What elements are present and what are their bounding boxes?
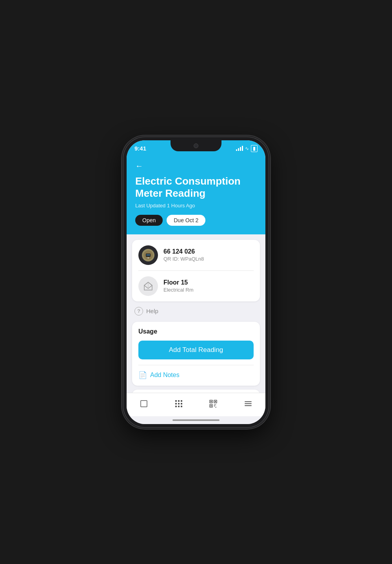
meter-qr-id: QR ID: WPaQLn8 [163, 256, 204, 262]
meter-image-icon: 0 0 0 [139, 246, 157, 264]
svg-rect-16 [181, 403, 182, 404]
status-bar-area: 9:41 ∿ ▮ [127, 140, 265, 158]
signal-icon [236, 146, 243, 151]
svg-rect-27 [215, 404, 216, 405]
floor-icon [143, 281, 154, 292]
help-icon: ? [134, 307, 143, 316]
usage-section-card: Usage Add Total Reading 📄 Add Notes [132, 322, 260, 386]
add-notes-label: Add Notes [150, 372, 180, 379]
svg-rect-23 [215, 401, 216, 402]
location-avatar [138, 276, 158, 296]
svg-text:0 0 0: 0 0 0 [147, 254, 150, 256]
qr-icon [209, 399, 218, 408]
keypad-icon [174, 399, 183, 408]
svg-rect-12 [178, 400, 180, 402]
location-sub: Electrical Rm [163, 287, 194, 293]
notes-icon: 📄 [138, 371, 147, 379]
home-icon [140, 399, 148, 408]
svg-point-6 [148, 257, 149, 258]
svg-rect-26 [214, 404, 215, 405]
help-row[interactable]: ? Help [127, 301, 265, 318]
phone-screen: 9:41 ∿ ▮ ← Electric Consumption Meter Re… [127, 140, 265, 424]
svg-rect-18 [178, 406, 180, 407]
content-area: 0 0 0 66 124 026 QR ID: WPaQLn8 [127, 234, 265, 393]
status-time: 9:41 [134, 145, 146, 152]
svg-rect-28 [214, 406, 215, 406]
wifi-icon: ∿ [245, 146, 249, 151]
section-divider [138, 365, 254, 365]
svg-rect-29 [215, 407, 216, 408]
svg-rect-10 [141, 401, 147, 407]
due-date-badge[interactable]: Due Oct 2 [167, 215, 205, 226]
meter-details: 66 124 026 QR ID: WPaQLn8 [163, 248, 204, 262]
demand-section-card: Demand Add Demand Reading [132, 390, 260, 393]
nav-menu[interactable] [231, 399, 266, 408]
home-indicator [127, 416, 265, 424]
bottom-nav [127, 393, 265, 416]
meter-avatar: 0 0 0 [138, 245, 158, 265]
home-bar [172, 419, 220, 421]
status-badges: Open Due Oct 2 [135, 215, 257, 226]
svg-rect-25 [211, 405, 212, 406]
battery-icon: ▮ [251, 145, 258, 152]
add-total-reading-button[interactable]: Add Total Reading [138, 341, 254, 359]
location-row: Floor 15 Electrical Rm [132, 271, 260, 301]
svg-rect-17 [175, 406, 177, 407]
usage-label: Usage [138, 328, 254, 335]
location-name: Floor 15 [163, 279, 194, 286]
meter-id: 66 124 026 [163, 248, 204, 255]
add-notes-row[interactable]: 📄 Add Notes [138, 371, 254, 379]
help-label: Help [146, 308, 158, 314]
phone-frame: 9:41 ∿ ▮ ← Electric Consumption Meter Re… [123, 137, 269, 427]
nav-home[interactable] [127, 399, 162, 408]
front-camera [194, 143, 198, 148]
svg-rect-11 [175, 400, 177, 402]
meter-row: 0 0 0 66 124 026 QR ID: WPaQLn8 [132, 240, 260, 270]
page-title: Electric Consumption Meter Reading [135, 175, 257, 199]
location-details: Floor 15 Electrical Rm [163, 279, 194, 293]
menu-icon [244, 399, 252, 408]
nav-qr[interactable] [196, 399, 231, 408]
svg-rect-13 [181, 400, 182, 402]
svg-rect-14 [175, 403, 177, 404]
status-icons: ∿ ▮ [236, 145, 258, 152]
svg-rect-19 [181, 406, 182, 407]
svg-rect-15 [178, 403, 180, 404]
svg-rect-21 [211, 401, 212, 402]
notch [171, 140, 221, 151]
meter-info-card: 0 0 0 66 124 026 QR ID: WPaQLn8 [132, 240, 260, 301]
back-button[interactable]: ← [135, 161, 257, 170]
open-badge[interactable]: Open [135, 215, 163, 226]
last-updated-label: Last Updated 1 Hours Ago [135, 203, 257, 209]
nav-keypad[interactable] [162, 399, 196, 408]
header: ← Electric Consumption Meter Reading Las… [127, 158, 265, 234]
